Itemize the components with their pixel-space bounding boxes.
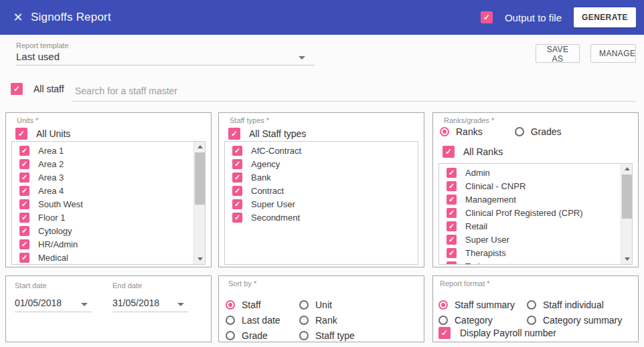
format-option-staff-individual[interactable]: Staff individual [527,300,604,310]
ranks-radio-option[interactable]: Ranks [440,126,483,137]
unit-checkbox[interactable] [19,253,29,263]
display-payroll-option[interactable]: Display Payroll number [438,327,556,339]
units-scrollbar[interactable] [193,142,205,264]
scroll-up-icon[interactable] [621,164,633,174]
sort-option-unit[interactable]: Unit [299,300,332,310]
staff-type-checkbox[interactable] [232,199,242,209]
list-item[interactable]: Bank [225,170,418,184]
report-template-select[interactable]: Last used [16,51,315,66]
format-option-category[interactable]: Category [438,315,493,326]
report-template-value: Last used [16,51,60,62]
staff-types-listbox: AfC-Contract Agency Bank Contract Super … [224,141,418,265]
scroll-down-icon[interactable] [621,254,633,264]
rank-checkbox[interactable] [447,195,457,205]
list-item[interactable]: Area 3 [12,170,193,184]
rank-checkbox[interactable] [447,168,457,178]
rank-checkbox[interactable] [447,261,457,265]
scrollbar-thumb[interactable] [195,152,205,205]
radio-icon[interactable] [527,316,536,325]
radio-selected-icon[interactable] [440,127,449,136]
list-item[interactable]: Area 2 [12,157,193,170]
save-as-button[interactable]: SAVE AS [536,44,580,63]
list-item[interactable]: Cytology [12,224,193,237]
list-item[interactable]: Area 1 [12,144,193,157]
staff-type-checkbox[interactable] [232,159,242,169]
list-item[interactable]: Clinical - CNPR [439,179,621,193]
scroll-up-icon[interactable] [194,142,206,152]
unit-checkbox[interactable] [19,159,29,169]
generate-button[interactable]: GENERATE [574,7,636,27]
staff-master-search-input[interactable] [72,80,636,102]
output-to-file-checkbox[interactable] [481,11,493,23]
close-icon[interactable]: ✕ [11,11,25,24]
unit-checkbox[interactable] [19,199,29,209]
unit-checkbox[interactable] [19,172,29,183]
radio-icon[interactable] [527,300,536,310]
radio-icon[interactable] [299,316,309,325]
rank-checkbox[interactable] [447,248,457,258]
manage-button[interactable]: MANAGE [590,44,636,63]
end-date-select[interactable]: 31/05/2018 [112,298,188,312]
list-item[interactable]: Agency [225,157,418,170]
list-item[interactable]: Therapists [439,246,621,259]
scrollbar-thumb[interactable] [622,175,632,219]
sort-option-last-date[interactable]: Last date [226,315,280,326]
unit-checkbox[interactable] [19,213,29,223]
radio-icon[interactable] [226,331,235,340]
list-item[interactable]: Clinical Prof Registered (CPR) [439,206,621,219]
list-item[interactable]: Floor 1 [12,211,193,224]
ranks-scrollbar[interactable] [621,164,632,264]
list-item[interactable]: Super User [225,197,418,211]
list-item[interactable]: Contract [225,184,418,197]
sort-option-staff[interactable]: Staff [226,300,261,310]
radio-icon[interactable] [438,316,448,325]
rank-checkbox[interactable] [447,235,457,245]
radio-selected-icon[interactable] [438,300,448,310]
list-item[interactable]: Area 4 [12,184,193,197]
list-item[interactable]: Super User [439,233,621,246]
all-ranks-checkbox[interactable] [442,146,455,158]
all-staff-types-checkbox[interactable] [228,128,240,140]
list-item[interactable]: Retail [439,219,621,233]
staff-type-checkbox[interactable] [232,172,242,183]
unit-checkbox[interactable] [19,146,29,156]
sort-option-grade[interactable]: Grade [226,330,268,341]
sort-option-staff-type[interactable]: Staff type [299,330,355,341]
scroll-down-icon[interactable] [194,254,206,264]
radio-icon[interactable] [515,127,524,136]
list-item[interactable]: South West [12,197,193,211]
sort-option-rank[interactable]: Rank [299,315,337,326]
display-payroll-checkbox[interactable] [438,327,451,339]
rank-checkbox[interactable] [447,181,457,191]
list-item-partial[interactable] [12,264,193,265]
staff-type-checkbox[interactable] [232,146,242,156]
radio-icon[interactable] [226,316,235,325]
unit-checkbox[interactable] [19,186,29,196]
format-option-staff-summary[interactable]: Staff summary [438,300,515,310]
all-units-checkbox[interactable] [15,128,27,140]
unit-checkbox[interactable] [19,239,29,249]
chevron-down-icon [299,56,305,60]
unit-checkbox[interactable] [19,226,29,236]
staff-type-checkbox[interactable] [232,186,242,196]
radio-icon[interactable] [299,331,309,340]
list-item[interactable]: HR/Admin [12,237,193,251]
list-item[interactable]: Management [439,193,621,206]
rank-checkbox[interactable] [447,208,457,218]
staff-type-checkbox[interactable] [232,213,242,223]
list-item[interactable]: Trainee [439,259,621,265]
list-item[interactable]: Secondment [225,211,418,224]
grades-radio-option[interactable]: Grades [515,126,562,137]
radio-selected-icon[interactable] [226,300,235,310]
start-date-select[interactable]: 01/05/2018 [15,298,92,312]
all-staff-checkbox[interactable] [11,83,23,95]
radio-icon[interactable] [299,300,309,310]
output-to-file-label: Output to file [505,12,562,23]
dates-panel: Start date 01/05/2018 End date 31/05/201… [5,275,212,342]
units-panel: Units * All Units Area 1 Area 2 Area 3 A… [5,112,212,267]
rank-checkbox[interactable] [447,221,457,231]
list-item[interactable]: Medical [12,251,193,264]
format-option-category-summary[interactable]: Category summary [527,315,622,326]
list-item[interactable]: Admin [439,166,621,179]
list-item[interactable]: AfC-Contract [225,144,418,157]
